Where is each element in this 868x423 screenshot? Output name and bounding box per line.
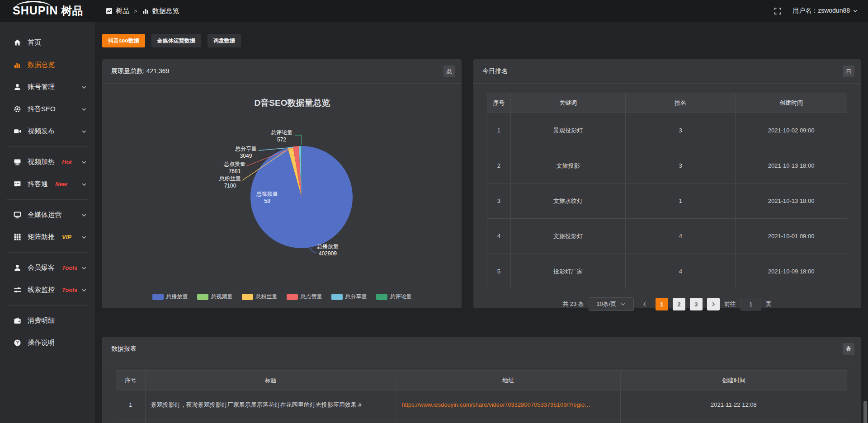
data-report-card: 数据报表 表 序号标题地址创建时间 1景观投影灯，夜游景观投影灯厂家展示展示落花… xyxy=(102,337,861,423)
legend-swatch xyxy=(287,294,298,300)
home-icon xyxy=(14,39,22,47)
sidebar-item-label: 线索监控 xyxy=(28,286,55,294)
table-row: 5投影灯厂家42021-10-09 18:00 xyxy=(487,254,847,289)
sidebar-item-label: 矩阵助推 xyxy=(28,233,55,241)
question-icon: ? xyxy=(14,339,22,347)
pie-label-value: 7100 xyxy=(219,182,241,189)
legend-label: 总点赞量 xyxy=(301,293,322,301)
sidebar-item-label: 操作说明 xyxy=(28,338,55,347)
cell-0: 5 xyxy=(487,254,511,289)
table-row: 2文旅投影32021-10-13 18:00 xyxy=(487,148,847,183)
chevron-down-icon xyxy=(81,182,87,187)
cell-1: 文旅投影 xyxy=(510,148,626,183)
day-badge-button[interactable]: 日 xyxy=(843,66,854,77)
column-header: 标题 xyxy=(145,371,396,390)
sidebar-item-clue-monitor[interactable]: 线索监控Tools xyxy=(0,279,95,301)
user-icon xyxy=(14,264,22,272)
page-button-2[interactable]: 2 xyxy=(673,298,685,310)
chat-icon xyxy=(14,180,22,188)
tab-inquiry-data[interactable]: 询盘数据 xyxy=(208,34,241,47)
pagination: 共 23 条10条/页123前往页 xyxy=(473,297,861,311)
legend-item-总粉丝量[interactable]: 总粉丝量 xyxy=(242,293,278,301)
sidebar-item-instructions[interactable]: ?操作说明 xyxy=(0,332,95,354)
sidebar-item-video-heat[interactable]: 视频加热Hot xyxy=(0,151,95,173)
column-header: 关键词 xyxy=(510,93,626,113)
sidebar-item-account-manage[interactable]: 账号管理 xyxy=(0,76,95,98)
chart-bars-icon xyxy=(142,7,149,14)
cell-2: 3 xyxy=(626,148,736,183)
card-header: 展现量总数: 421,369 xyxy=(102,59,462,84)
next-page-button[interactable] xyxy=(707,298,720,310)
sliders-icon xyxy=(14,286,22,294)
chevron-down-icon xyxy=(81,235,87,240)
table-row: 4文旅投影灯42021-10-01 09:00 xyxy=(487,219,847,254)
goto-page-input[interactable] xyxy=(741,298,761,310)
pie-label-name: 总视频量 xyxy=(254,190,280,197)
app-logo[interactable]: SHUPIN 树品 xyxy=(0,4,95,18)
prev-page-button[interactable] xyxy=(638,298,651,310)
breadcrumb-item-current[interactable]: 数据总览 xyxy=(142,7,179,15)
logo-text-en: SHUPIN xyxy=(13,4,58,17)
breadcrumb-item-root[interactable]: 树品 xyxy=(106,7,129,15)
legend-swatch xyxy=(242,294,253,300)
table-row: 1景观投影灯32021-10-02 09:00 xyxy=(487,113,847,148)
total-badge-button[interactable]: 总 xyxy=(443,66,455,77)
cell-2: 1 xyxy=(626,183,736,219)
legend-swatch xyxy=(197,294,208,300)
impressions-total-label: 展现量总数: 421,369 xyxy=(111,67,169,75)
gear-icon xyxy=(14,105,22,113)
sidebar-item-home[interactable]: 首页 xyxy=(0,32,95,54)
tab-douyin-seo-data[interactable]: 抖音seo数据 xyxy=(102,34,145,47)
sidebar-item-consumption-detail[interactable]: 消费明细 xyxy=(0,310,95,332)
sidebar-item-douketong[interactable]: 抖客通New xyxy=(0,173,95,195)
pie-label-line xyxy=(295,135,302,145)
table-badge-button[interactable]: 表 xyxy=(843,343,854,355)
legend-item-总评论量[interactable]: 总评论量 xyxy=(376,293,412,301)
legend-item-总分享量[interactable]: 总分享量 xyxy=(331,293,367,301)
legend-item-总播放量[interactable]: 总播放量 xyxy=(152,293,188,301)
legend-label: 总评论量 xyxy=(390,293,412,301)
legend-label: 总粉丝量 xyxy=(256,293,278,301)
pie-label-总视频量: 总视频量58 xyxy=(254,190,280,205)
pie-label-name: 总点赞量 xyxy=(224,160,245,168)
chevron-down-icon xyxy=(81,160,87,165)
cell-0: 4 xyxy=(487,219,511,254)
cell-1: 景观投影灯 xyxy=(510,113,626,148)
sidebar-item-video-publish[interactable]: 视频发布 xyxy=(0,120,95,142)
cell-3: 2021-10-13 18:00 xyxy=(736,148,847,183)
sidebar-item-matrix-boost[interactable]: 矩阵助推VIP xyxy=(0,226,95,248)
cell-1: 文旅水纹灯 xyxy=(510,183,626,219)
chart-line-icon xyxy=(106,8,113,14)
page-scrollbar-thumb[interactable] xyxy=(863,401,867,423)
breadcrumb-separator: > xyxy=(134,8,137,14)
page-button-1[interactable]: 1 xyxy=(656,298,668,310)
table-row xyxy=(116,419,847,423)
sidebar-item-douyin-seo[interactable]: 抖音SEO xyxy=(0,98,95,120)
chevron-down-icon xyxy=(81,129,87,134)
cell-3: 2021-10-13 18:00 xyxy=(736,183,847,219)
chevron-down-icon xyxy=(81,265,87,271)
sidebar-divider xyxy=(7,305,88,306)
sidebar-item-media-operation[interactable]: 全媒体运营 xyxy=(0,204,95,226)
table-row: 1景观投影灯，夜游景观投影灯厂家展示展示落花灯在花园里的灯光投影应用效果 #ht… xyxy=(116,390,847,419)
pie-label-value: 3049 xyxy=(235,152,257,160)
user-menu[interactable]: 用户名：zswodun88 xyxy=(793,7,858,15)
seo-overview-card: 展现量总数: 421,369 总 D音SEO数据量总览 总播放量402909总视… xyxy=(102,59,462,308)
top-header: SHUPIN 树品 树品 > 数据总览 用户名：zswodun88 xyxy=(0,0,868,22)
pie-label-line xyxy=(308,246,316,252)
page-button-3[interactable]: 3 xyxy=(690,298,703,310)
tab-media-operation-data[interactable]: 全媒体运营数据 xyxy=(151,34,201,47)
fullscreen-icon[interactable] xyxy=(774,7,782,15)
sidebar-item-data-overview[interactable]: 数据总览 xyxy=(0,54,95,76)
sidebar-item-member-baoke[interactable]: 会员爆客Tools xyxy=(0,257,95,279)
video-link[interactable]: https://www.iesdouyin.com/share/video/70… xyxy=(401,401,590,408)
table-row: 3文旅水纹灯12021-10-13 18:00 xyxy=(487,183,847,219)
ranking-table: 序号关键词排名创建时间 1景观投影灯32021-10-02 09:002文旅投影… xyxy=(487,93,847,289)
legend-item-总视频量[interactable]: 总视频量 xyxy=(197,293,233,301)
page-size-select[interactable]: 10条/页 xyxy=(589,297,634,311)
pie-label-name: 总评论量 xyxy=(271,129,292,136)
cell-1: 投影灯厂家 xyxy=(510,254,626,289)
cell-empty xyxy=(145,419,396,423)
legend-item-总点赞量[interactable]: 总点赞量 xyxy=(287,293,322,301)
report-title: 数据报表 xyxy=(111,345,137,352)
